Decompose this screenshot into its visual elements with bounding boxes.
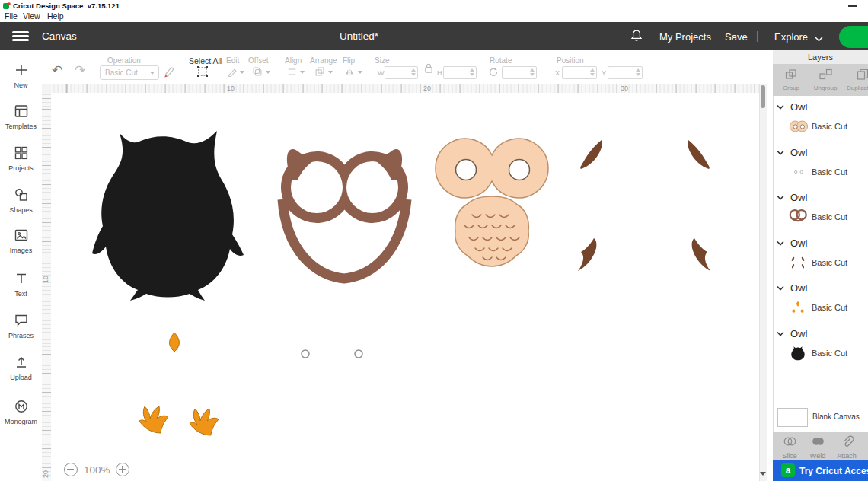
header-divider: |	[756, 30, 759, 42]
attach-button[interactable]: Attach	[831, 435, 862, 460]
sidebar-item-phrases[interactable]: Phrases	[0, 313, 42, 339]
layer-name[interactable]: Owl	[790, 147, 807, 158]
layer-thumbnail-owl-body[interactable]	[787, 344, 809, 362]
owl-feather-bottom-left-shape[interactable]	[578, 238, 596, 271]
rotate-input[interactable]	[502, 66, 537, 79]
select-all-label[interactable]: Select All	[189, 56, 222, 65]
operation-dropdown[interactable]: Basic Cut	[100, 65, 159, 80]
owl-eye-mask-shape[interactable]	[436, 139, 548, 198]
layer-chevron-icon[interactable]	[777, 104, 784, 110]
layer-thumbnail-feathers[interactable]	[787, 253, 809, 272]
attach-icon	[840, 435, 854, 448]
zoom-in-button[interactable]	[116, 463, 129, 476]
redo-button[interactable]: ↷	[75, 62, 85, 78]
layer-chevron-icon[interactable]	[777, 195, 784, 201]
layer-chevron-icon[interactable]	[777, 331, 784, 337]
text-icon	[14, 271, 29, 286]
select-all-icon[interactable]	[196, 65, 209, 78]
color-pen-swatch[interactable]	[162, 65, 175, 78]
canvas-nav-label[interactable]: Canvas	[42, 30, 77, 42]
rotate-stepper[interactable]	[530, 68, 535, 76]
explore-menu[interactable]: Explore	[774, 31, 808, 43]
small-circle-shape-left[interactable]	[302, 350, 309, 358]
sidebar-item-images[interactable]: Images	[0, 228, 42, 254]
layer-thumbnail-eye-mask[interactable]	[787, 117, 809, 135]
layer-name[interactable]: Owl	[790, 282, 807, 294]
ungroup-button[interactable]: Ungroup	[809, 68, 842, 91]
group-button[interactable]: Group	[777, 68, 805, 91]
save-link[interactable]: Save	[725, 31, 748, 43]
lock-aspect-icon[interactable]	[424, 62, 433, 74]
sidebar-item-shapes[interactable]: Shapes	[0, 187, 42, 214]
owl-body-shape[interactable]	[92, 131, 244, 301]
scrollbar-down-arrow[interactable]	[760, 472, 766, 476]
hamburger-bar	[12, 39, 29, 41]
align-icon	[287, 67, 297, 77]
height-input[interactable]	[443, 66, 477, 79]
layers-panel-title: Layers	[773, 50, 868, 65]
minimize-button[interactable]	[848, 5, 857, 7]
owl-right-eye-hole[interactable]	[509, 160, 530, 180]
layer-name[interactable]: Owl	[790, 237, 807, 249]
height-axis-label: H	[437, 69, 442, 77]
sidebar-item-upload[interactable]: Upload	[0, 355, 42, 381]
weld-button[interactable]: Weld	[804, 435, 831, 460]
phrases-icon	[14, 313, 29, 328]
position-x-input[interactable]	[562, 66, 597, 79]
chevron-down-icon[interactable]	[815, 37, 823, 43]
menu-file[interactable]: File	[5, 11, 18, 21]
small-circle-shape-right[interactable]	[355, 350, 362, 358]
owl-feather-top-right-shape[interactable]	[688, 140, 710, 169]
app-header: Canvas Untitled* My Projects Save | Expl…	[0, 22, 868, 50]
sidebar-item-projects[interactable]: Projects	[0, 145, 42, 172]
layer-chevron-icon[interactable]	[777, 285, 784, 291]
height-stepper[interactable]	[470, 68, 474, 76]
chevron-down-icon	[328, 71, 333, 74]
layer-chevron-icon[interactable]	[777, 240, 784, 247]
zoom-out-button[interactable]	[64, 463, 78, 476]
layer-name[interactable]: Owl	[790, 328, 807, 339]
sidebar-item-monogram[interactable]: Monogram	[0, 399, 42, 425]
position-y-stepper[interactable]	[636, 68, 640, 76]
vertical-scrollbar-thumb[interactable]	[761, 85, 765, 108]
width-stepper[interactable]	[411, 68, 416, 76]
owl-foot-left-shape[interactable]	[139, 406, 168, 433]
owl-feather-bottom-right-shape[interactable]	[692, 238, 710, 271]
layer-name[interactable]: Owl	[790, 192, 807, 203]
layer-name[interactable]: Owl	[790, 101, 807, 113]
owl-foot-right-shape[interactable]	[190, 409, 219, 435]
sidebar-item-new[interactable]: New	[0, 62, 42, 89]
document-title[interactable]: Untitled*	[340, 30, 378, 42]
width-input[interactable]	[385, 66, 418, 79]
my-projects-link[interactable]: My Projects	[659, 31, 711, 43]
make-it-button[interactable]	[839, 26, 868, 48]
layer-thumbnail-face-frame[interactable]	[787, 208, 809, 226]
group-icon	[785, 68, 797, 80]
position-y-input[interactable]	[608, 66, 643, 79]
owl-beak-shape[interactable]	[170, 333, 180, 352]
layer-thumbnail-beak-feet[interactable]	[787, 298, 809, 317]
layer-chevron-icon[interactable]	[777, 150, 784, 156]
notifications-bell-icon[interactable]	[630, 29, 643, 43]
vertical-scrollbar[interactable]	[759, 84, 767, 481]
sidebar-item-templates[interactable]: Templates	[0, 104, 42, 130]
rotate-icon	[488, 66, 499, 77]
layer-operation: Basic Cut	[812, 349, 847, 358]
design-canvas[interactable]	[51, 93, 759, 481]
owl-feather-top-left-shape[interactable]	[580, 140, 602, 169]
sidebar-item-text[interactable]: Text	[0, 271, 42, 298]
chevron-down-icon	[300, 71, 305, 74]
offset-label: Offset	[248, 56, 269, 65]
menu-view[interactable]: View	[23, 11, 40, 21]
align-label: Align	[285, 56, 302, 65]
menu-help[interactable]: Help	[47, 11, 64, 21]
owl-belly-shape[interactable]	[455, 196, 529, 266]
undo-button[interactable]: ↶	[52, 62, 62, 78]
layer-thumbnail-circles[interactable]	[787, 163, 809, 181]
slice-button[interactable]: Slice	[776, 435, 803, 460]
position-x-stepper[interactable]	[590, 68, 595, 76]
chevron-down-icon	[150, 72, 155, 75]
duplicate-button[interactable]: Duplicate	[847, 68, 868, 91]
blank-canvas-swatch[interactable]	[777, 408, 808, 427]
owl-left-eye-hole[interactable]	[456, 160, 477, 180]
